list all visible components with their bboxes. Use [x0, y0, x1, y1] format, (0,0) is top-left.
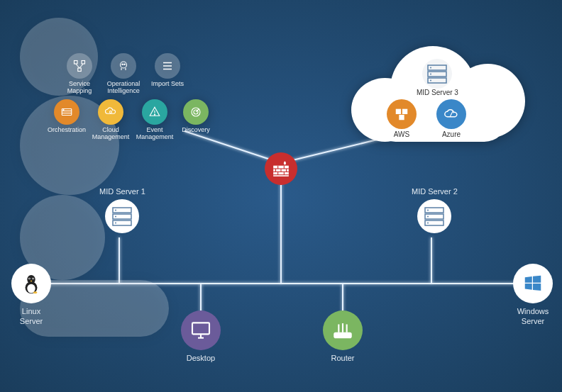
orchestration-label: Orchestration — [48, 127, 86, 134]
server-icon — [417, 199, 451, 233]
windows-icon — [513, 264, 553, 303]
desktop-node: Desktop — [181, 310, 221, 363]
event-management-label: Event Management — [136, 127, 174, 141]
desktop-label: Desktop — [187, 353, 215, 363]
svg-rect-10 — [78, 68, 82, 72]
list-icon — [155, 53, 180, 79]
router-label: Router — [331, 353, 354, 363]
mid-server-2-node: MID Server 2 — [412, 186, 458, 233]
router-node: Router — [323, 310, 363, 363]
svg-rect-36 — [402, 109, 407, 114]
discovery-label: Discovery — [182, 127, 210, 134]
svg-line-28 — [196, 108, 199, 112]
service-mapping-label: Service Mapping — [61, 81, 98, 95]
svg-point-63 — [27, 284, 35, 293]
azure-label: Azure — [442, 130, 461, 138]
svg-rect-8 — [75, 61, 78, 65]
svg-point-68 — [33, 291, 38, 293]
mid-server-1-node: MID Server 1 — [99, 186, 145, 233]
svg-point-34 — [430, 80, 431, 82]
svg-point-33 — [430, 74, 431, 75]
azure-icon — [436, 99, 466, 129]
capabilities-cloud: Service Mapping Operational Intelligence… — [20, 18, 219, 138]
svg-rect-9 — [82, 61, 85, 65]
mid-server-3-label: MID Server 3 — [417, 89, 458, 96]
operational-intelligence-label: Operational Intelligence — [105, 81, 142, 95]
svg-point-54 — [115, 223, 116, 224]
radar-icon — [183, 99, 209, 125]
linux-server-label: Linux Server — [20, 306, 43, 327]
router-icon — [323, 310, 363, 350]
firewall-icon — [272, 159, 290, 178]
svg-line-12 — [79, 64, 83, 68]
windows-server-node: Windows Server — [513, 264, 553, 327]
azure-item: Azure — [436, 99, 466, 138]
discovery-item: Discovery — [180, 99, 211, 141]
event-management-item: Event Management — [136, 99, 173, 141]
monitor-icon — [181, 310, 221, 350]
cloud-providers-cloud: MID Server 3 AWS Azure — [351, 39, 525, 142]
server-icon — [422, 59, 452, 89]
aws-label: AWS — [394, 130, 409, 138]
orchestration-item: Orchestration — [48, 99, 85, 141]
svg-point-74 — [340, 335, 341, 336]
import-sets-label: Import Sets — [151, 81, 184, 88]
svg-rect-69 — [192, 323, 209, 334]
aws-icon — [387, 99, 417, 129]
mid-server-3-item: MID Server 3 — [417, 59, 458, 96]
alert-icon — [142, 99, 167, 125]
service-mapping-item: Service Mapping — [61, 53, 98, 95]
firewall-node — [265, 152, 297, 185]
svg-point-23 — [110, 111, 112, 113]
svg-point-67 — [33, 278, 33, 279]
svg-point-32 — [430, 67, 431, 69]
svg-point-25 — [154, 114, 155, 115]
svg-point-58 — [427, 210, 429, 211]
svg-point-13 — [121, 62, 127, 68]
cloud-management-item: Cloud Management — [92, 99, 129, 141]
svg-rect-35 — [396, 109, 401, 114]
svg-point-22 — [63, 109, 64, 110]
aws-item: AWS — [387, 99, 417, 138]
brain-icon — [111, 53, 136, 79]
mid-server-1-label: MID Server 1 — [99, 186, 145, 196]
svg-point-14 — [122, 64, 123, 65]
svg-point-59 — [427, 216, 429, 218]
mid-server-2-label: MID Server 2 — [412, 186, 458, 196]
svg-point-15 — [124, 64, 126, 65]
service-mapping-icon — [67, 53, 92, 79]
orchestration-icon — [54, 99, 79, 125]
linux-icon — [11, 264, 51, 303]
svg-point-53 — [115, 216, 116, 218]
cloud-gear-icon — [98, 99, 123, 125]
svg-rect-37 — [399, 115, 404, 120]
svg-point-60 — [427, 223, 429, 224]
operational-intelligence-item: Operational Intelligence — [105, 53, 142, 95]
import-sets-item: Import Sets — [149, 53, 186, 95]
cloud-management-label: Cloud Management — [92, 127, 130, 141]
server-icon — [105, 199, 139, 233]
svg-point-66 — [29, 278, 30, 279]
svg-line-11 — [76, 64, 79, 68]
svg-point-73 — [337, 335, 338, 336]
windows-server-label: Windows Server — [517, 306, 549, 327]
svg-point-52 — [115, 210, 116, 211]
linux-server-node: Linux Server — [11, 264, 51, 327]
